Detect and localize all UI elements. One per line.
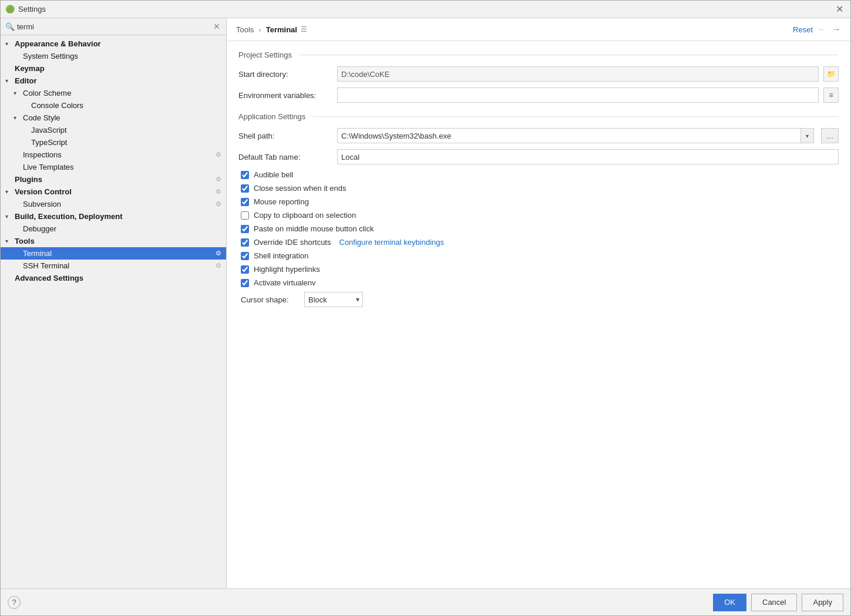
sidebar-item-tools[interactable]: ▾ Tools [1, 235, 226, 247]
app-icon: 🟢 [5, 5, 15, 14]
settings-icon: ⚙ [216, 250, 221, 257]
sidebar-item-advanced-settings[interactable]: Advanced Settings [1, 272, 226, 284]
sidebar-item-label: JavaScript [31, 126, 67, 134]
sidebar-item-keymap[interactable]: Keymap [1, 62, 226, 75]
sidebar-item-javascript[interactable]: JavaScript [1, 124, 226, 136]
reset-button[interactable]: Reset [793, 25, 813, 34]
search-clear-button[interactable]: ✕ [212, 22, 221, 31]
sidebar-tree: ▾ Appearance & Behavior System Settings … [1, 35, 226, 588]
sidebar-item-code-style[interactable]: ▾ Code Style [1, 112, 226, 124]
sidebar-item-typescript[interactable]: TypeScript [1, 136, 226, 149]
sidebar-item-ssh-terminal[interactable]: SSH Terminal ⚙ [1, 260, 226, 272]
shell-path-input[interactable] [337, 128, 801, 143]
sidebar-item-label: Version Control [15, 187, 72, 196]
cursor-shape-label: Cursor shape: [241, 295, 300, 304]
override-ide-row: Override IDE shortcuts Configure termina… [238, 238, 839, 247]
collapse-arrow: ▾ [5, 41, 14, 47]
activate-virtualenv-label: Activate virtualenv [254, 278, 316, 287]
sidebar-item-debugger[interactable]: Debugger [1, 223, 226, 235]
main-content: 🔍 ✕ ▾ Appearance & Behavior System Setti… [1, 18, 850, 588]
close-button[interactable]: ✕ [833, 3, 846, 16]
highlight-hyperlinks-row: Highlight hyperlinks [238, 265, 839, 274]
app-settings-section: Application Settings [238, 112, 839, 121]
cursor-select-wrapper: Block Underline Beam [304, 292, 363, 307]
panel-body: Project Settings Start directory: 📁 Envi… [227, 41, 850, 588]
sidebar-item-version-control[interactable]: ▾ Version Control ⚙ [1, 186, 226, 198]
highlight-hyperlinks-label: Highlight hyperlinks [254, 265, 320, 274]
cursor-shape-select[interactable]: Block Underline Beam [304, 292, 363, 307]
shell-path-label: Shell path: [238, 132, 332, 140]
shell-path-wrapper: ▾ [337, 128, 814, 143]
collapse-arrow: ▾ [5, 78, 14, 84]
sidebar-item-label: TypeScript [31, 138, 67, 147]
sidebar-item-color-scheme[interactable]: ▾ Color Scheme [1, 87, 226, 99]
sidebar-item-inspections[interactable]: Inspections ⚙ [1, 149, 226, 161]
window-title: Settings [18, 5, 46, 14]
sidebar-item-label: Console Colors [31, 101, 83, 110]
sidebar-item-label: Inspections [23, 150, 62, 159]
paste-middle-checkbox[interactable] [241, 225, 249, 233]
project-settings-section: Project Settings [238, 51, 839, 59]
panel-menu-icon[interactable]: ☰ [301, 25, 307, 33]
start-directory-label: Start directory: [238, 70, 332, 79]
cursor-shape-row: Cursor shape: Block Underline Beam [238, 292, 839, 307]
apply-button[interactable]: Apply [802, 594, 843, 611]
sidebar-item-system-settings[interactable]: System Settings [1, 50, 226, 62]
ok-button[interactable]: OK [713, 594, 746, 611]
shell-path-row: Shell path: ▾ … [238, 128, 839, 143]
panel-actions: Reset ← → [793, 24, 841, 35]
audible-bell-checkbox[interactable] [241, 171, 249, 179]
sidebar-item-editor[interactable]: ▾ Editor [1, 75, 226, 87]
sidebar-item-label: Live Templates [23, 163, 73, 171]
app-settings-label: Application Settings [238, 112, 305, 121]
search-icon: 🔍 [5, 22, 15, 31]
paste-middle-label: Paste on middle mouse button click [254, 224, 374, 233]
sidebar-item-appearance[interactable]: ▾ Appearance & Behavior [1, 38, 226, 50]
sidebar-item-label: Keymap [15, 64, 45, 73]
sidebar: 🔍 ✕ ▾ Appearance & Behavior System Setti… [1, 18, 227, 588]
sidebar-item-label: Editor [15, 76, 37, 85]
mouse-reporting-checkbox[interactable] [241, 198, 249, 206]
env-variables-edit-button[interactable]: ≡ [823, 87, 839, 103]
default-tab-label: Default Tab name: [238, 153, 332, 161]
close-session-row: Close session when it ends [238, 184, 839, 193]
highlight-hyperlinks-checkbox[interactable] [241, 265, 249, 274]
start-directory-input[interactable] [337, 66, 819, 82]
start-directory-browse-button[interactable]: 📁 [823, 66, 839, 82]
mouse-reporting-label: Mouse reporting [254, 197, 309, 206]
sidebar-item-label: Code Style [23, 113, 60, 122]
nav-back-button[interactable]: ← [818, 24, 827, 35]
settings-icon: ⚙ [216, 151, 221, 159]
sidebar-item-plugins[interactable]: Plugins ⚙ [1, 173, 226, 186]
cancel-button[interactable]: Cancel [751, 594, 797, 611]
sidebar-item-label: Appearance & Behavior [15, 39, 101, 48]
override-ide-label: Override IDE shortcuts [254, 238, 331, 247]
breadcrumb-parent: Tools [236, 25, 254, 34]
shell-path-dropdown-button[interactable]: ▾ [801, 128, 814, 143]
sidebar-item-console-colors[interactable]: Console Colors [1, 99, 226, 112]
close-session-checkbox[interactable] [241, 184, 249, 193]
env-variables-label: Environment variables: [238, 91, 332, 100]
env-variables-input[interactable] [337, 87, 819, 103]
sidebar-item-terminal[interactable]: Terminal ⚙ [1, 247, 226, 260]
help-button[interactable]: ? [8, 596, 21, 609]
shell-integration-checkbox[interactable] [241, 252, 249, 260]
nav-forward-button[interactable]: → [832, 24, 841, 35]
default-tab-input[interactable] [337, 149, 839, 164]
titlebar: 🟢 Settings ✕ [1, 1, 850, 18]
settings-icon: ⚙ [216, 176, 221, 183]
search-input[interactable] [17, 22, 210, 31]
paste-middle-row: Paste on middle mouse button click [238, 224, 839, 233]
configure-keybindings-link[interactable]: Configure terminal keybindings [339, 238, 444, 247]
sidebar-item-live-templates[interactable]: Live Templates [1, 161, 226, 173]
settings-window: 🟢 Settings ✕ 🔍 ✕ ▾ Appearance & Behavior [0, 0, 851, 616]
shell-path-ellipsis-button[interactable]: … [821, 128, 839, 143]
search-bar: 🔍 ✕ [1, 18, 226, 35]
sidebar-item-build-execution[interactable]: ▾ Build, Execution, Deployment [1, 210, 226, 223]
collapse-arrow: ▾ [5, 238, 14, 244]
override-ide-checkbox[interactable] [241, 238, 249, 247]
activate-virtualenv-checkbox[interactable] [241, 279, 249, 287]
collapse-arrow: ▾ [5, 188, 14, 195]
copy-clipboard-checkbox[interactable] [241, 211, 249, 220]
sidebar-item-subversion[interactable]: Subversion ⚙ [1, 198, 226, 210]
